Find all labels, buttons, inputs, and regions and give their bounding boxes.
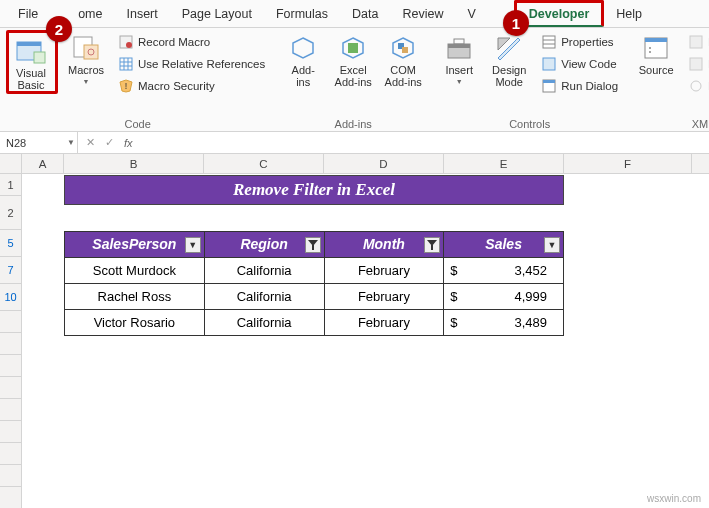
col-header-f[interactable]: F (564, 154, 692, 173)
cell-person[interactable]: Scott Murdock (65, 258, 205, 284)
hexagon-icon (287, 34, 319, 62)
table-row: Rachel Ross California February $4,999 (65, 284, 564, 310)
refresh-button[interactable]: Refresh D (684, 76, 709, 96)
row-header[interactable] (0, 421, 22, 443)
svg-rect-20 (402, 47, 408, 53)
cell-sales[interactable]: $3,489 (444, 310, 564, 336)
source-button[interactable]: Source (634, 30, 678, 76)
row-header[interactable] (0, 443, 22, 465)
source-icon (640, 34, 672, 62)
relative-refs-button[interactable]: Use Relative References (114, 54, 269, 74)
row-header[interactable] (0, 487, 22, 508)
cell-month[interactable]: February (324, 284, 444, 310)
cancel-icon[interactable]: ✕ (86, 136, 95, 149)
chevron-down-icon[interactable]: ▼ (67, 138, 75, 147)
addins-button[interactable]: Add- ins (281, 30, 325, 88)
row-header[interactable] (0, 355, 22, 377)
callout-1: 1 (503, 10, 529, 36)
ruler-icon (493, 34, 525, 62)
check-icon[interactable]: ✓ (105, 136, 114, 149)
design-mode-button[interactable]: Design Mode (487, 30, 531, 88)
tab-page-layout[interactable]: Page Layout (170, 0, 264, 27)
svg-point-34 (649, 47, 651, 49)
insert-control-button[interactable]: Insert ▼ (437, 30, 481, 86)
macro-security-button[interactable]: ! Macro Security (114, 76, 269, 96)
col-header-b[interactable]: B (64, 154, 204, 173)
svg-rect-2 (34, 52, 45, 63)
row-header[interactable]: 2 (0, 196, 22, 230)
ribbon: Visual Basic Macros ▼ Record Macro Use R… (0, 28, 709, 132)
select-all-corner[interactable] (0, 154, 22, 173)
sales-value: 4,999 (514, 289, 547, 304)
cell-region[interactable]: California (204, 284, 324, 310)
excel-addins-button[interactable]: Excel Add-ins (331, 30, 375, 88)
row-headers: 1 2 5 7 10 (0, 174, 22, 508)
th-month[interactable]: Month (324, 232, 444, 258)
cell-sales[interactable]: $4,999 (444, 284, 564, 310)
filter-active-icon[interactable] (424, 237, 440, 253)
filter-active-icon[interactable] (305, 237, 321, 253)
col-header-c[interactable]: C (204, 154, 324, 173)
th-sales[interactable]: Sales▼ (444, 232, 564, 258)
properties-button[interactable]: Properties (537, 32, 622, 52)
expansion-button[interactable]: Expansion (684, 54, 709, 74)
sheet-content: Remove Filter in Excel SalesPerson▼ Regi… (64, 175, 564, 205)
name-box[interactable]: N28 ▼ (0, 132, 78, 153)
col-header-e[interactable]: E (444, 154, 564, 173)
row-header[interactable] (0, 311, 22, 333)
row-header[interactable] (0, 465, 22, 487)
svg-rect-26 (543, 36, 555, 48)
chevron-down-icon: ▼ (83, 78, 90, 86)
grid: 1 2 5 7 10 (0, 174, 709, 508)
view-code-button[interactable]: View Code (537, 54, 622, 74)
tab-data[interactable]: Data (340, 0, 390, 27)
filter-dropdown-icon[interactable]: ▼ (544, 237, 560, 253)
code-icon (541, 56, 557, 72)
th-label: Sales (485, 236, 522, 252)
cell-sales[interactable]: $3,452 (444, 258, 564, 284)
run-dialog-button[interactable]: Run Dialog (537, 76, 622, 96)
th-salesperson[interactable]: SalesPerson▼ (65, 232, 205, 258)
row-header[interactable] (0, 377, 22, 399)
row-header[interactable]: 1 (0, 174, 22, 196)
th-region[interactable]: Region (204, 232, 324, 258)
map-properties-button[interactable]: Map Prop (684, 32, 709, 52)
currency-symbol: $ (450, 315, 457, 330)
cell-region[interactable]: California (204, 310, 324, 336)
cell-month[interactable]: February (324, 258, 444, 284)
cell-region[interactable]: California (204, 258, 324, 284)
col-header-d[interactable]: D (324, 154, 444, 173)
row-header[interactable] (0, 399, 22, 421)
fx-icon[interactable]: fx (124, 137, 133, 149)
sales-value: 3,452 (514, 263, 547, 278)
row-header[interactable]: 10 (0, 284, 22, 311)
row-header[interactable]: 7 (0, 257, 22, 284)
page-title: Remove Filter in Excel (64, 175, 564, 205)
record-macro-button[interactable]: Record Macro (114, 32, 269, 52)
col-header-a[interactable]: A (22, 154, 64, 173)
filter-dropdown-icon[interactable]: ▼ (185, 237, 201, 253)
row-header[interactable] (0, 333, 22, 355)
macros-button[interactable]: Macros ▼ (64, 30, 108, 86)
svg-rect-8 (120, 58, 132, 70)
tab-file[interactable]: File (6, 0, 50, 27)
cell-person[interactable]: Rachel Ross (65, 284, 205, 310)
macro-security-label: Macro Security (138, 80, 215, 92)
cell-month[interactable]: February (324, 310, 444, 336)
properties-icon (541, 34, 557, 50)
tab-formulas[interactable]: Formulas (264, 0, 340, 27)
tab-help[interactable]: Help (604, 0, 654, 27)
excel-addins-label: Excel Add-ins (335, 64, 372, 88)
tab-insert[interactable]: Insert (114, 0, 169, 27)
cell-person[interactable]: Victor Rosario (65, 310, 205, 336)
svg-rect-36 (690, 36, 702, 48)
group-controls: Insert ▼ Design Mode Properties View Cod… (431, 28, 628, 131)
visual-basic-button[interactable]: Visual Basic (9, 33, 53, 91)
com-addins-button[interactable]: COM Add-ins (381, 30, 425, 88)
svg-rect-17 (348, 43, 358, 53)
view-code-label: View Code (561, 58, 616, 70)
table-row: Victor Rosario California February $3,48… (65, 310, 564, 336)
tab-review[interactable]: Review (390, 0, 455, 27)
visual-basic-icon (15, 37, 47, 65)
row-header[interactable]: 5 (0, 230, 22, 257)
